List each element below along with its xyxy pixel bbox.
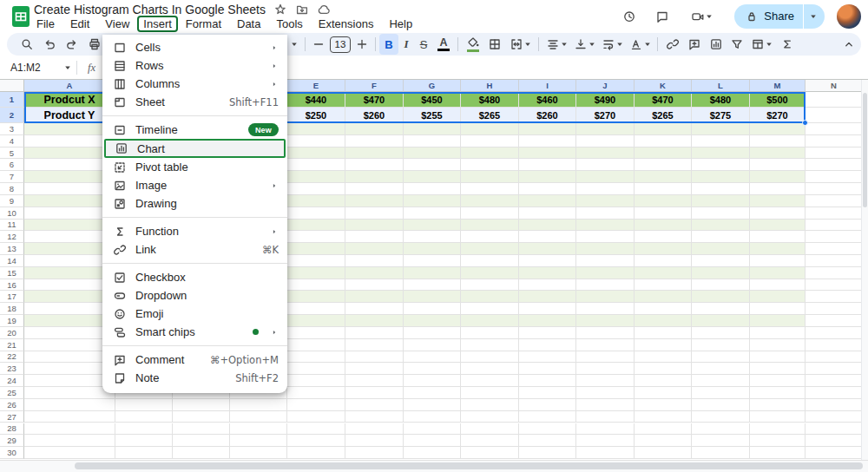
strikethrough-button[interactable]: S: [414, 34, 433, 55]
row-header-2[interactable]: 2: [0, 108, 24, 123]
cell-K14[interactable]: [635, 255, 692, 267]
cell-I22[interactable]: [519, 351, 576, 364]
cell-C27[interactable]: [173, 411, 230, 423]
cell-H12[interactable]: [461, 231, 519, 243]
cell-L3[interactable]: [692, 123, 750, 135]
cell-J9[interactable]: [576, 195, 635, 207]
cell-L27[interactable]: [692, 411, 750, 423]
cell-M13[interactable]: [750, 243, 806, 255]
menu-item-pivot-table[interactable]: Pivot table: [102, 158, 287, 176]
cell-M18[interactable]: [750, 303, 806, 315]
cell-E13[interactable]: [287, 243, 345, 255]
menu-item-function[interactable]: Function: [102, 222, 287, 240]
bold-button[interactable]: B: [379, 34, 398, 55]
cell-F22[interactable]: [345, 351, 404, 364]
row-header-16[interactable]: 16: [0, 279, 24, 292]
cell-L18[interactable]: [692, 303, 750, 315]
cell-K9[interactable]: [635, 195, 692, 207]
menubar-item-tools[interactable]: Tools: [268, 15, 310, 33]
cell-H5[interactable]: [461, 148, 519, 160]
cell-I12[interactable]: [519, 231, 576, 243]
cell-F5[interactable]: [345, 148, 404, 160]
cell-M12[interactable]: [750, 231, 806, 243]
menu-item-link[interactable]: Link⌘K: [102, 240, 287, 259]
cell-K10[interactable]: [635, 207, 692, 220]
avatar[interactable]: [837, 4, 861, 29]
cell-K15[interactable]: [635, 267, 692, 279]
row-header-14[interactable]: 14: [0, 255, 24, 267]
cell-H21[interactable]: [461, 339, 519, 351]
cell-M15[interactable]: [750, 267, 806, 279]
cell-J5[interactable]: [576, 148, 635, 160]
cell-H30[interactable]: [461, 447, 519, 459]
cell-M11[interactable]: [750, 220, 806, 232]
cell-M21[interactable]: [750, 339, 806, 351]
cell-I29[interactable]: [519, 435, 576, 447]
cell-F2[interactable]: $260: [345, 108, 404, 123]
cell-I24[interactable]: [519, 375, 576, 387]
text-wrap-icon[interactable]: [598, 34, 626, 55]
cell-H17[interactable]: [461, 291, 519, 303]
cell-M29[interactable]: [750, 435, 806, 447]
cell-E11[interactable]: [287, 220, 345, 232]
cell-N11[interactable]: [806, 220, 863, 232]
cell-A28[interactable]: [24, 423, 115, 436]
cell-F11[interactable]: [345, 220, 404, 232]
cell-M14[interactable]: [750, 255, 806, 267]
cell-K3[interactable]: [635, 123, 692, 135]
cell-N19[interactable]: [806, 315, 863, 327]
cell-E5[interactable]: [287, 148, 345, 160]
italic-button[interactable]: I: [398, 34, 414, 55]
cell-N18[interactable]: [806, 303, 863, 315]
cell-M1[interactable]: $500: [750, 92, 806, 108]
cell-G13[interactable]: [404, 243, 461, 255]
row-header-24[interactable]: 24: [0, 375, 24, 387]
cell-G2[interactable]: $255: [404, 108, 461, 123]
column-header-I[interactable]: I: [519, 80, 576, 92]
cell-G27[interactable]: [404, 411, 461, 423]
cell-M23[interactable]: [750, 363, 806, 375]
menu-item-note[interactable]: NoteShift+F2: [102, 369, 287, 387]
cell-E26[interactable]: [287, 399, 345, 411]
cell-I13[interactable]: [519, 243, 576, 255]
horizontal-scrollbar-thumb[interactable]: [75, 462, 863, 469]
cell-D28[interactable]: [230, 423, 287, 436]
cell-K28[interactable]: [635, 423, 692, 436]
row-header-12[interactable]: 12: [0, 231, 24, 243]
cell-K6[interactable]: [635, 159, 692, 171]
cell-E6[interactable]: [287, 159, 345, 171]
cell-G23[interactable]: [404, 363, 461, 375]
cell-C29[interactable]: [173, 435, 230, 447]
horizontal-align-icon[interactable]: [542, 34, 570, 55]
collapse-toolbar-icon[interactable]: [838, 37, 859, 51]
cell-H23[interactable]: [461, 363, 519, 375]
cell-F19[interactable]: [345, 315, 404, 327]
cell-I26[interactable]: [519, 399, 576, 411]
borders-icon[interactable]: [483, 34, 505, 55]
cell-F9[interactable]: [345, 195, 404, 207]
cell-M26[interactable]: [750, 399, 806, 411]
cell-L19[interactable]: [692, 315, 750, 327]
cell-N4[interactable]: [806, 135, 863, 148]
cell-C26[interactable]: [173, 399, 230, 411]
cell-E30[interactable]: [287, 447, 345, 459]
menubar-item-data[interactable]: Data: [229, 15, 268, 33]
cell-N13[interactable]: [806, 243, 863, 255]
row-header-20[interactable]: 20: [0, 327, 24, 339]
cell-F20[interactable]: [345, 327, 404, 339]
selection-fill-handle[interactable]: [802, 120, 808, 126]
cell-N10[interactable]: [806, 207, 863, 220]
filter-icon[interactable]: [727, 34, 746, 55]
cell-I6[interactable]: [519, 159, 576, 171]
cell-F30[interactable]: [345, 447, 404, 459]
cell-K25[interactable]: [635, 387, 692, 399]
cell-J25[interactable]: [576, 387, 635, 399]
menu-item-rows[interactable]: Rows: [102, 56, 287, 75]
row-header-10[interactable]: 10: [0, 207, 24, 220]
cell-M3[interactable]: [750, 123, 806, 135]
cell-G24[interactable]: [404, 375, 461, 387]
cell-M30[interactable]: [750, 447, 806, 459]
row-header-25[interactable]: 25: [0, 387, 24, 399]
row-header-17[interactable]: 17: [0, 291, 24, 303]
cell-D27[interactable]: [230, 411, 287, 423]
